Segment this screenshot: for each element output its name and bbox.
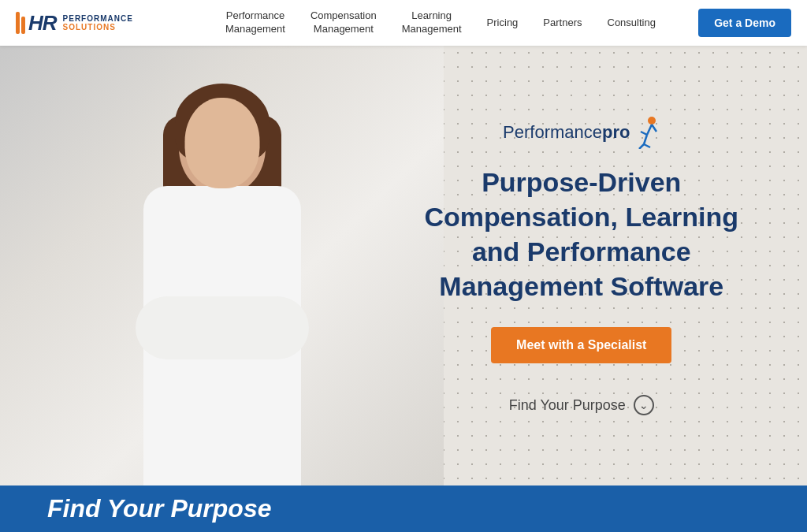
stripe-2 bbox=[21, 17, 25, 34]
svg-line-2 bbox=[641, 132, 647, 135]
svg-line-5 bbox=[644, 144, 650, 147]
hero-section: Performancepro Purpose-Driven Compensati… bbox=[0, 46, 807, 485]
brand-name-text: Performancepro bbox=[503, 122, 630, 143]
logo-solutions: SOLUTIONS bbox=[63, 23, 133, 32]
logo-hr-text: HR bbox=[28, 11, 57, 35]
find-purpose-link[interactable]: Find Your Purpose ⌄ bbox=[509, 395, 654, 415]
stripe-1 bbox=[16, 12, 20, 34]
logo-performance: PERFORMANCE bbox=[63, 14, 133, 23]
hero-person-image bbox=[0, 46, 444, 485]
logo-stripes bbox=[16, 12, 25, 34]
nav-links: Performance Management Compensation Mana… bbox=[213, 9, 698, 36]
brand-logo: Performancepro bbox=[503, 116, 660, 149]
footer-bar: Find Your Purpose bbox=[0, 485, 807, 532]
find-purpose-text: Find Your Purpose bbox=[509, 397, 626, 414]
nav-learning-management[interactable]: Learning Management bbox=[389, 9, 474, 36]
svg-line-4 bbox=[639, 144, 644, 149]
nav-consulting[interactable]: Consulting bbox=[595, 17, 668, 30]
logo[interactable]: HR PERFORMANCE SOLUTIONS bbox=[16, 11, 189, 35]
nav-performance-management[interactable]: Performance Management bbox=[213, 9, 298, 36]
person-face bbox=[184, 98, 259, 188]
logo-text-block: PERFORMANCE SOLUTIONS bbox=[63, 14, 133, 32]
nav-pricing[interactable]: Pricing bbox=[474, 17, 531, 30]
person-figure bbox=[96, 76, 348, 485]
svg-line-1 bbox=[647, 125, 652, 135]
svg-line-3 bbox=[644, 135, 647, 144]
get-demo-button[interactable]: Get a Demo bbox=[698, 9, 791, 37]
svg-line-6 bbox=[652, 125, 656, 132]
svg-point-0 bbox=[648, 117, 656, 125]
hero-headline: Purpose-Driven Compensation, Learning an… bbox=[424, 165, 738, 304]
meet-specialist-button[interactable]: Meet with a Specialist bbox=[491, 327, 671, 363]
hero-content: Performancepro Purpose-Driven Compensati… bbox=[388, 46, 807, 485]
nav-compensation-management[interactable]: Compensation Management bbox=[298, 9, 389, 36]
footer-title: Find Your Purpose bbox=[47, 494, 271, 523]
logo-icon: HR bbox=[16, 11, 57, 35]
person-arms bbox=[136, 296, 309, 359]
nav-partners[interactable]: Partners bbox=[530, 17, 594, 30]
navbar: HR PERFORMANCE SOLUTIONS Performance Man… bbox=[0, 0, 807, 46]
circle-chevron-icon: ⌄ bbox=[634, 395, 654, 415]
brand-figure-icon bbox=[630, 116, 660, 149]
